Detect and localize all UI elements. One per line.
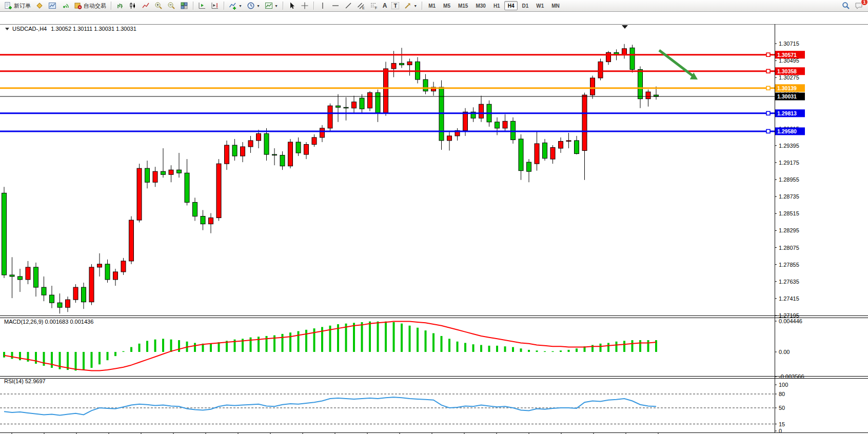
new-order-button[interactable]: 新订单 [2,0,33,11]
cursor-tool-button[interactable] [286,0,298,11]
ohlc-toggle-icon[interactable] [5,28,9,30]
notifications-button[interactable]: 1 [853,0,866,11]
chevron-down-icon: ▼ [413,4,417,8]
price-line-label: 1.29580 [777,128,797,134]
chart-shift-button[interactable] [209,0,221,11]
macd-bar [250,338,252,352]
rsi-tick-label: 100 [779,382,788,388]
bar-chart-icon [116,2,124,10]
macd-bar [361,322,363,352]
periods-menu-button[interactable]: ▼ [245,0,262,11]
price-tick-label: 1.28735 [779,193,799,200]
candle-body [145,168,150,182]
candle-body [225,145,229,164]
chart-area: 1.307151.304951.302751.300551.298351.296… [0,12,868,434]
trendline-icon [344,2,352,10]
candle-body [10,275,14,277]
profile-button[interactable] [33,0,46,11]
search-button[interactable] [840,0,852,11]
auto-trading-button[interactable]: 自动交易 [72,0,108,11]
arrows-tool-button[interactable]: ▼ [402,0,419,11]
line-anchor-marker[interactable] [766,86,770,90]
zoom-in-button[interactable] [152,0,165,11]
timeframe-button-m15[interactable]: M15 [455,1,471,10]
line-anchor-marker[interactable] [766,53,770,56]
timeframe-button-h1[interactable]: H1 [490,1,504,10]
candle-body [559,141,563,148]
horizontal-line-tool-button[interactable] [329,0,342,11]
macd-bar [536,350,538,352]
macd-bar [496,346,498,352]
candle-body [463,112,468,130]
macd-bar [43,352,45,366]
equidistant-channel-tool-button[interactable]: E [355,0,367,11]
price-tick-label: 1.29395 [779,143,799,149]
candle-body [185,173,189,202]
candle-body [169,170,173,174]
macd-bar [393,322,395,352]
macd-bar [289,332,291,352]
fibonacci-tool-button[interactable]: F [368,0,380,11]
macd-bar [178,340,180,352]
macd-bar [457,342,459,352]
candle-body [320,128,325,137]
macd-bar [441,336,443,352]
indicators-menu-button[interactable]: ▼ [227,0,244,11]
crosshair-tool-button[interactable] [299,0,311,11]
macd-bar [3,352,5,358]
macd-bar [576,348,578,352]
candle-body [66,300,70,307]
open-chart-button[interactable] [46,0,58,11]
zoom-out-button[interactable] [165,0,177,11]
chart-shift-marker[interactable] [622,25,628,29]
text-label-tool-button[interactable]: T [389,0,401,11]
macd-bar [512,347,514,352]
vertical-line-tool-button[interactable] [317,0,329,11]
toolbar-separator [224,2,224,10]
timeframe-button-mn[interactable]: MN [548,1,563,10]
toolbar-separator [313,2,314,10]
tile-windows-button[interactable] [178,0,190,11]
text-tool-button[interactable]: A [381,0,389,11]
macd-bar [139,344,141,352]
candle-body [50,295,54,303]
candle-body [391,63,396,69]
timeframe-button-d1[interactable]: D1 [518,1,532,10]
macd-bar [544,351,546,352]
crosshair-icon [301,2,309,10]
rsi-tick-label: 15 [779,421,785,427]
line-anchor-marker[interactable] [766,69,770,73]
diamond-icon [35,2,44,10]
timeframe-button-h4[interactable]: H4 [504,1,518,10]
timeframe-button-m30[interactable]: M30 [472,1,489,10]
candle-body [193,202,198,216]
macd-bar [504,346,506,352]
timeframe-button-m1[interactable]: M1 [425,1,439,10]
chart-canvas[interactable]: 1.307151.304951.302751.300551.298351.296… [0,12,868,434]
timeframe-button-m5[interactable]: M5 [440,1,454,10]
timeframe-button-w1[interactable]: W1 [532,1,547,10]
auto-scroll-button[interactable] [196,0,208,11]
macd-bar [616,342,618,352]
candle-body [566,141,571,142]
price-line-label: 1.30571 [777,52,797,58]
candle-body [447,136,452,141]
line-chart-button[interactable] [140,0,152,11]
templates-menu-button[interactable]: ▼ [263,0,280,11]
candle-body [34,267,38,287]
signals-button[interactable] [59,0,71,11]
line-anchor-marker[interactable] [766,111,770,115]
macd-bar [472,344,475,352]
svg-text:F: F [375,6,377,10]
line-anchor-marker[interactable] [766,129,770,133]
candle-body [201,216,205,224]
mt4-application-window: 新订单 自动交易 [0,0,868,434]
candlestick-chart-button[interactable] [127,0,139,11]
price-tick-label: 1.30275 [779,74,799,81]
bar-chart-button[interactable] [114,0,126,11]
horizontal-line-icon [331,2,340,10]
trendline-tool-button[interactable] [342,0,354,11]
chart-shift-icon [211,2,219,10]
macd-bar [528,350,530,352]
candle-body [137,168,142,220]
